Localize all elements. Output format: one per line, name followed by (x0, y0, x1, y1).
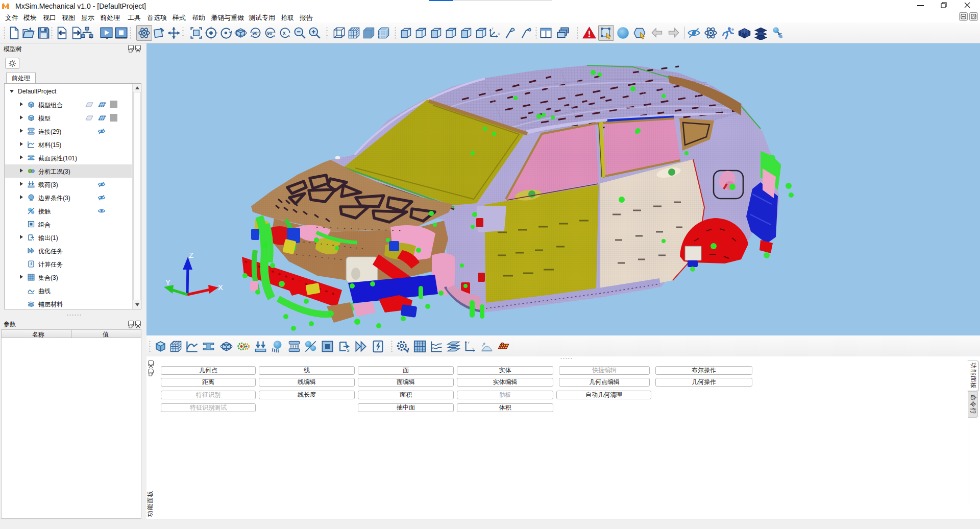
svg-text:Z: Z (189, 251, 193, 259)
svg-text:X: X (218, 283, 223, 292)
svg-text:Y: Y (165, 278, 170, 286)
